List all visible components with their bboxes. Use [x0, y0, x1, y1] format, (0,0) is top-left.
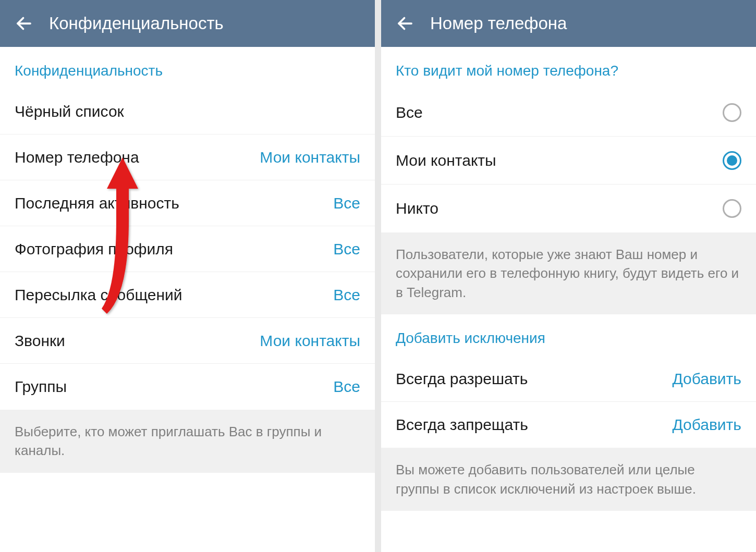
row-last-seen[interactable]: Последняя активность Все	[0, 180, 375, 226]
radio-label: Мои контакты	[396, 152, 496, 169]
row-label: Фотография профиля	[15, 240, 173, 258]
row-blacklist[interactable]: Чёрный список	[0, 89, 375, 134]
row-label: Номер телефона	[15, 149, 139, 166]
row-label: Всегда запрещать	[396, 416, 528, 434]
row-always-allow[interactable]: Всегда разрешать Добавить	[381, 356, 756, 402]
row-label: Звонки	[15, 332, 65, 350]
radio-label: Все	[396, 104, 423, 121]
row-label: Пересылка сообщений	[15, 286, 182, 304]
option-everybody[interactable]: Все	[381, 89, 756, 137]
row-label: Чёрный список	[15, 103, 124, 120]
row-phone-number[interactable]: Номер телефона Мои контакты	[0, 134, 375, 180]
section-header-privacy: Конфиденциальность	[0, 47, 375, 89]
page-title: Конфиденциальность	[49, 14, 224, 33]
footer-groups-hint: Выберите, кто может приглашать Вас в гру…	[0, 410, 375, 473]
exceptions-hint: Вы можете добавить пользователей или цел…	[381, 448, 756, 511]
page-title: Номер телефона	[430, 14, 567, 33]
section-header-visibility: Кто видит мой номер телефона?	[381, 47, 756, 89]
row-value: Все	[333, 194, 360, 212]
row-label: Всегда разрешать	[396, 370, 528, 388]
privacy-settings-pane: Конфиденциальность Конфиденциальность Чё…	[0, 0, 375, 552]
privacy-section: Конфиденциальность Чёрный список Номер т…	[0, 47, 375, 410]
back-arrow-icon	[396, 14, 414, 33]
header-left: Конфиденциальность	[0, 0, 375, 47]
option-nobody[interactable]: Никто	[381, 185, 756, 232]
add-action: Добавить	[672, 416, 741, 434]
radio-icon	[723, 103, 741, 122]
option-my-contacts[interactable]: Мои контакты	[381, 137, 756, 185]
row-profile-photo[interactable]: Фотография профиля Все	[0, 226, 375, 272]
section-header-exceptions: Добавить исключения	[381, 314, 756, 356]
row-value: Все	[333, 378, 360, 396]
row-value: Мои контакты	[260, 149, 360, 166]
row-calls[interactable]: Звонки Мои контакты	[0, 318, 375, 364]
visibility-hint: Пользователи, которые уже знают Ваш номе…	[381, 232, 756, 314]
back-arrow-icon	[15, 14, 33, 33]
back-button[interactable]	[15, 14, 33, 33]
radio-icon	[723, 199, 741, 218]
row-never-allow[interactable]: Всегда запрещать Добавить	[381, 402, 756, 448]
radio-icon	[723, 151, 741, 170]
row-groups[interactable]: Группы Все	[0, 364, 375, 410]
back-button[interactable]	[396, 14, 414, 33]
row-forwarding[interactable]: Пересылка сообщений Все	[0, 272, 375, 318]
row-label: Группы	[15, 378, 67, 396]
exceptions-section: Добавить исключения Всегда разрешать Доб…	[381, 314, 756, 448]
header-right: Номер телефона	[381, 0, 756, 47]
visibility-section: Кто видит мой номер телефона? Все Мои ко…	[381, 47, 756, 232]
row-label: Последняя активность	[15, 194, 179, 212]
phone-number-pane: Номер телефона Кто видит мой номер телеф…	[381, 0, 756, 552]
row-value: Все	[333, 286, 360, 304]
row-value: Все	[333, 240, 360, 258]
row-value: Мои контакты	[260, 332, 360, 350]
radio-label: Никто	[396, 200, 438, 217]
add-action: Добавить	[672, 370, 741, 388]
